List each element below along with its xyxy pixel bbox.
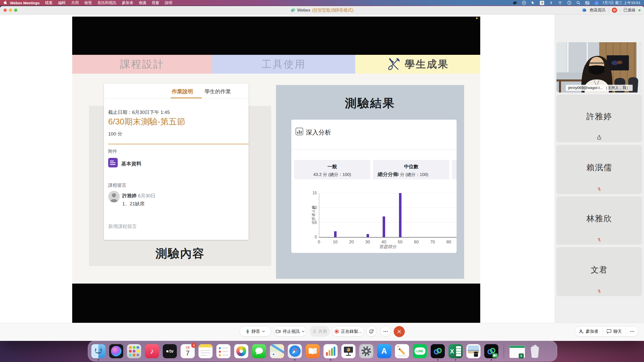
- menu-item-2[interactable]: 共用: [68, 0, 82, 6]
- card-divider: [291, 149, 457, 149]
- mute-label: 靜音: [252, 329, 260, 334]
- play-circle-icon[interactable]: [522, 1, 526, 5]
- dock-exceldoc-icon[interactable]: X: [509, 344, 525, 358]
- menu-item-0[interactable]: 檔案: [42, 0, 55, 6]
- spotlight-icon[interactable]: [576, 1, 580, 5]
- macos-dock: ♪tv7月74A“LINEXX: [88, 341, 557, 361]
- dock-settings-icon[interactable]: [359, 344, 373, 358]
- dock-reminders-icon[interactable]: [216, 344, 230, 358]
- dock-notes-icon[interactable]: [198, 344, 213, 358]
- chevron-down-icon[interactable]: [262, 331, 265, 332]
- dock-icons: ♪tv7月74A“LINEXX: [91, 344, 541, 358]
- dock-music-icon[interactable]: ♪: [145, 344, 159, 358]
- control-center-icon[interactable]: [585, 1, 589, 5]
- time-machine-icon[interactable]: [567, 1, 571, 5]
- participant-tile-0[interactable]: 許雅婷: [556, 95, 642, 142]
- recording-button[interactable]: 正在錄製...: [332, 326, 364, 337]
- menu-item-1[interactable]: 編輯: [55, 0, 68, 6]
- participant-tile-3[interactable]: 文君: [556, 247, 642, 296]
- dock-books-icon[interactable]: [306, 344, 320, 358]
- x-axis-line: [319, 237, 457, 238]
- menubar-clock[interactable]: 7月7日 週三 上午10:51: [602, 1, 640, 5]
- dock-excel-icon[interactable]: X: [449, 344, 463, 358]
- stat-label: 一般: [294, 163, 370, 170]
- dock-webex-icon[interactable]: [431, 344, 445, 358]
- comment-date: 6月30日: [138, 193, 155, 198]
- more-panels-button[interactable]: [626, 326, 638, 336]
- dock-webexmeetings-icon[interactable]: [484, 344, 498, 358]
- bar-score-10: [334, 231, 337, 237]
- stop-video-button[interactable]: 停止視訊: [274, 326, 306, 337]
- participant-tile-2[interactable]: 林雅欣: [556, 196, 642, 245]
- menu-item-7[interactable]: 視窗: [149, 0, 162, 6]
- menu-item-6[interactable]: 會議: [136, 0, 149, 6]
- zoom-window-button[interactable]: [14, 9, 17, 12]
- dock-line-icon[interactable]: LINE: [413, 344, 427, 358]
- dock-tv-icon[interactable]: tv: [163, 344, 177, 358]
- record-icon: [335, 329, 339, 334]
- dock-appstore-icon[interactable]: A: [377, 344, 391, 358]
- dock-safari-icon[interactable]: [288, 344, 302, 358]
- gridline: [319, 222, 457, 222]
- gridline: [319, 208, 457, 208]
- chat-label: 聊天: [613, 329, 622, 334]
- mute-button[interactable]: 靜音: [239, 326, 271, 337]
- dock-finder-icon[interactable]: [91, 344, 105, 358]
- pointer-icon[interactable]: [531, 1, 535, 5]
- dock-launchpad-icon[interactable]: [127, 344, 141, 358]
- chevron-down-icon[interactable]: [302, 331, 305, 332]
- minimize-window-button[interactable]: [9, 9, 12, 12]
- window-content: 課程設計 工具使用 學生成果: [0, 15, 644, 323]
- dock-imagecapture-icon[interactable]: [466, 344, 480, 358]
- panel-buttons: 參加者 聊天: [575, 326, 638, 337]
- menu-item-5[interactable]: 參加者: [119, 0, 136, 6]
- menu-item-8[interactable]: 說明: [162, 0, 175, 6]
- bluetooth-icon[interactable]: [549, 1, 553, 5]
- webex-status-icon[interactable]: [513, 1, 517, 5]
- meeting-info-label[interactable]: 會議資訊: [589, 8, 606, 13]
- notification-badge: 4: [191, 343, 196, 348]
- slide-tab-label: 課程設計: [120, 57, 164, 71]
- slide-marker-dot: [476, 17, 478, 19]
- wifi-icon[interactable]: [558, 1, 562, 5]
- dock-photos-icon[interactable]: [234, 344, 248, 358]
- chat-button[interactable]: 聊天: [603, 326, 626, 336]
- gridline: [319, 193, 457, 193]
- running-indicator: [491, 359, 492, 360]
- chat-icon: [607, 329, 611, 334]
- dock-maps-icon[interactable]: [270, 344, 284, 358]
- participants-button[interactable]: 參加者: [575, 326, 602, 336]
- dock-keynote-icon[interactable]: [341, 344, 355, 358]
- dock-siri-icon[interactable]: [109, 344, 123, 358]
- chart-title: 總分分佈: [319, 171, 457, 178]
- dock-trash-icon[interactable]: [529, 344, 541, 358]
- titlebar-divider: [620, 8, 620, 12]
- apple-logo-icon[interactable]: [4, 1, 7, 5]
- connection-status-dot: [638, 9, 640, 11]
- dock-messages-icon[interactable]: [252, 344, 266, 358]
- dock-calendar-icon[interactable]: 7月74: [181, 344, 195, 358]
- meeting-info-icon: [582, 8, 586, 12]
- slide-bottom-black-bar: [72, 284, 480, 323]
- commenter-avatar: [108, 191, 120, 202]
- menubar-app-name[interactable]: Webex Meetings: [7, 1, 42, 5]
- more-options-button[interactable]: [380, 326, 391, 337]
- slide-tab-label: 學生成果: [405, 57, 449, 71]
- menu-item-3[interactable]: 檢視: [82, 0, 95, 6]
- menu-item-4[interactable]: 音訊和視訊: [95, 0, 119, 6]
- slide-tab-tool-use: 工具使用: [212, 55, 355, 74]
- recording-indicator-icon[interactable]: [612, 8, 617, 13]
- share-icon: [313, 329, 316, 333]
- close-window-button[interactable]: [4, 9, 7, 12]
- slide-tab-label: 工具使用: [262, 57, 306, 71]
- dock-numbers-icon[interactable]: [324, 344, 338, 358]
- input-method-icon[interactable]: 注: [540, 1, 544, 5]
- leave-meeting-button[interactable]: [394, 326, 405, 337]
- participant-tile-1[interactable]: 賴泯儒: [556, 145, 642, 194]
- dock-pages-icon[interactable]: “: [395, 344, 409, 358]
- reactions-button[interactable]: [366, 326, 377, 337]
- self-video-tile[interactable]: jenny069@wagor.t... （主持人，我）: [556, 42, 642, 93]
- siri-icon[interactable]: [594, 1, 598, 5]
- bar-score-40: [383, 216, 385, 237]
- shared-screen-slide: 課程設計 工具使用 學生成果: [72, 17, 480, 323]
